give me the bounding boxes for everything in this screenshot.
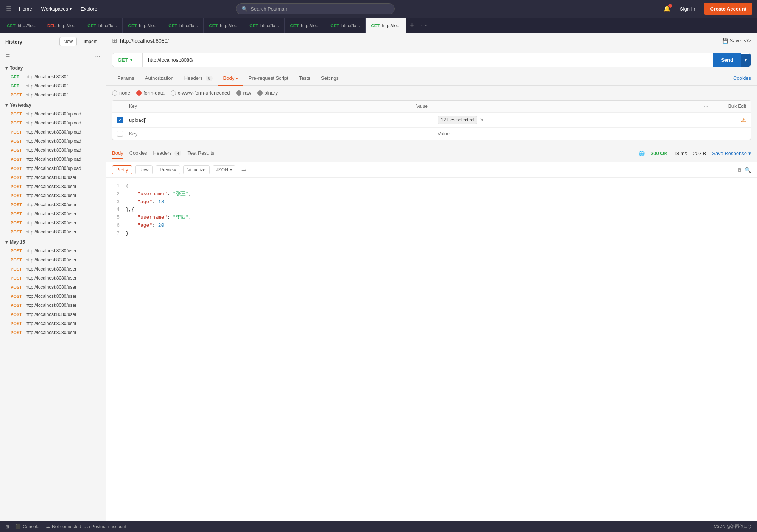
- tab-authorization[interactable]: Authorization: [140, 72, 179, 86]
- tab-params[interactable]: Params: [112, 72, 140, 86]
- list-item[interactable]: POST http://localhost:8080/user: [0, 191, 106, 200]
- list-item[interactable]: POST http://localhost:8080/user: [0, 255, 106, 264]
- list-item[interactable]: POST http://localhost:8080/user: [0, 292, 106, 301]
- tab-body[interactable]: Body ●: [218, 72, 243, 86]
- new-button[interactable]: New: [59, 37, 77, 46]
- format-visualize-button[interactable]: Visualize: [183, 165, 210, 174]
- list-item[interactable]: POST http://localhost:8080/upload: [0, 146, 106, 155]
- list-item[interactable]: GET http://localhost:8080/: [0, 81, 106, 90]
- code-line: 3 "age": 18: [112, 198, 751, 206]
- list-item[interactable]: POST http://localhost:8080/user: [0, 173, 106, 182]
- tab-item[interactable]: GET http://lo...: [285, 18, 325, 33]
- grid-icon[interactable]: ⊞: [5, 524, 9, 529]
- key-input[interactable]: [129, 131, 438, 137]
- history-group-today[interactable]: ▾ Today: [0, 62, 106, 72]
- list-item[interactable]: POST http://localhost:8080/upload: [0, 164, 106, 173]
- tab-settings[interactable]: Settings: [316, 72, 344, 86]
- res-tab-testresults[interactable]: Test Results: [187, 148, 214, 159]
- format-raw-button[interactable]: Raw: [135, 165, 153, 174]
- list-item[interactable]: GET http://localhost:8080/: [0, 72, 106, 81]
- tab-item[interactable]: GET http://lo...: [244, 18, 285, 33]
- url-input[interactable]: [143, 53, 713, 67]
- send-button[interactable]: Send: [713, 53, 741, 67]
- list-item[interactable]: POST http://localhost:8080/user: [0, 328, 106, 337]
- list-item[interactable]: POST http://localhost:8080/user: [0, 301, 106, 310]
- method-select[interactable]: GET ▾: [112, 53, 143, 67]
- tab-item[interactable]: GET http://lo...: [123, 18, 163, 33]
- list-item[interactable]: POST http://localhost:8080/user: [0, 200, 106, 209]
- clear-files-button[interactable]: ✕: [480, 117, 484, 123]
- tab-overflow-button[interactable]: ⋯: [418, 22, 430, 29]
- list-item[interactable]: POST http://localhost:8080/upload: [0, 155, 106, 164]
- workspaces-chevron-icon: ▾: [70, 7, 72, 11]
- tab-tests[interactable]: Tests: [294, 72, 316, 86]
- url-label: http://localhost:8080/user: [26, 275, 76, 281]
- tab-item[interactable]: DEL http://lo...: [42, 18, 82, 33]
- tab-prerequest[interactable]: Pre-request Script: [243, 72, 294, 86]
- history-group-may15[interactable]: ▾ May 15: [0, 236, 106, 246]
- list-item[interactable]: POST http://localhost:8080/user: [0, 283, 106, 292]
- save-response-button[interactable]: Save Response ▾: [712, 151, 751, 156]
- radio-binary[interactable]: binary: [257, 90, 278, 96]
- send-dropdown-button[interactable]: ▾: [741, 54, 751, 67]
- list-item[interactable]: POST http://localhost:8080/user: [0, 246, 106, 255]
- list-item[interactable]: POST http://localhost:8080/user: [0, 182, 106, 191]
- nav-home[interactable]: Home: [16, 5, 35, 13]
- tab-item[interactable]: GET http://lo...: [82, 18, 123, 33]
- tab-item[interactable]: GET http://lo...: [163, 18, 204, 33]
- list-item[interactable]: POST http://localhost:8080/user: [0, 264, 106, 274]
- sidebar-more-icon[interactable]: ⋯: [95, 53, 100, 59]
- radio-raw[interactable]: raw: [236, 90, 251, 96]
- list-item[interactable]: POST http://localhost:8080/user: [0, 209, 106, 218]
- list-item[interactable]: POST http://localhost:8080/user: [0, 310, 106, 319]
- list-item[interactable]: POST http://localhost:8080/user: [0, 274, 106, 283]
- filter-icon[interactable]: ☰: [5, 53, 10, 59]
- hamburger-icon[interactable]: ☰: [5, 4, 13, 14]
- method-label: POST: [11, 212, 23, 216]
- list-item[interactable]: POST http://localhost:8080/upload: [0, 137, 106, 146]
- list-item[interactable]: POST http://localhost:8080/: [0, 90, 106, 100]
- bulk-edit-button[interactable]: Bulk Edit: [716, 104, 746, 109]
- list-item[interactable]: POST http://localhost:8080/user: [0, 227, 106, 236]
- list-item[interactable]: POST http://localhost:8080/upload: [0, 118, 106, 128]
- cookies-link[interactable]: Cookies: [733, 75, 751, 81]
- radio-urlencoded[interactable]: x-www-form-urlencoded: [171, 90, 230, 96]
- search-bar[interactable]: 🔍 Search Postman: [236, 3, 395, 14]
- wrap-icon[interactable]: ⇌: [241, 167, 246, 173]
- notifications-icon[interactable]: 🔔: [663, 5, 671, 12]
- list-item[interactable]: POST http://localhost:8080/upload: [0, 128, 106, 137]
- group-label: Yesterday: [10, 103, 31, 108]
- list-item[interactable]: POST http://localhost:8080/user: [0, 319, 106, 328]
- res-tab-cookies[interactable]: Cookies: [129, 148, 147, 159]
- format-preview-button[interactable]: Preview: [156, 165, 180, 174]
- radio-none[interactable]: none: [112, 90, 130, 96]
- create-account-button[interactable]: Create Account: [704, 3, 752, 15]
- res-tab-body[interactable]: Body: [112, 148, 123, 159]
- radio-formdata[interactable]: form-data: [136, 90, 165, 96]
- tab-item[interactable]: GET http://lo...: [2, 18, 42, 33]
- format-json-select[interactable]: JSON ▾: [213, 165, 235, 174]
- console-button[interactable]: ⬛ Console: [15, 524, 39, 529]
- row-checkbox[interactable]: [117, 131, 129, 137]
- list-item[interactable]: POST http://localhost:8080/upload: [0, 109, 106, 118]
- format-pretty-button[interactable]: Pretty: [112, 165, 132, 174]
- code-button[interactable]: </>: [744, 38, 751, 44]
- list-item[interactable]: POST http://localhost:8080/user: [0, 218, 106, 227]
- row-checkbox[interactable]: [117, 117, 129, 123]
- nav-workspaces[interactable]: Workspaces ▾: [38, 5, 75, 13]
- copy-icon[interactable]: ⧉: [738, 167, 741, 173]
- new-tab-button[interactable]: +: [406, 22, 418, 30]
- res-tab-headers[interactable]: Headers 4: [153, 148, 182, 159]
- value-input[interactable]: [438, 131, 746, 137]
- save-button[interactable]: 💾 Save: [722, 38, 741, 44]
- search-response-icon[interactable]: 🔍: [745, 167, 751, 173]
- import-button[interactable]: Import: [80, 37, 100, 46]
- notification-badge: [668, 4, 672, 8]
- tab-item-active[interactable]: GET http://lo...: [366, 18, 406, 33]
- nav-explore[interactable]: Explore: [78, 5, 100, 13]
- signin-button[interactable]: Sign In: [675, 4, 699, 14]
- history-group-yesterday[interactable]: ▾ Yesterday: [0, 100, 106, 109]
- tab-item[interactable]: GET http://lo...: [204, 18, 244, 33]
- tab-item[interactable]: GET http://lo...: [325, 18, 366, 33]
- tab-headers[interactable]: Headers 8: [179, 72, 218, 86]
